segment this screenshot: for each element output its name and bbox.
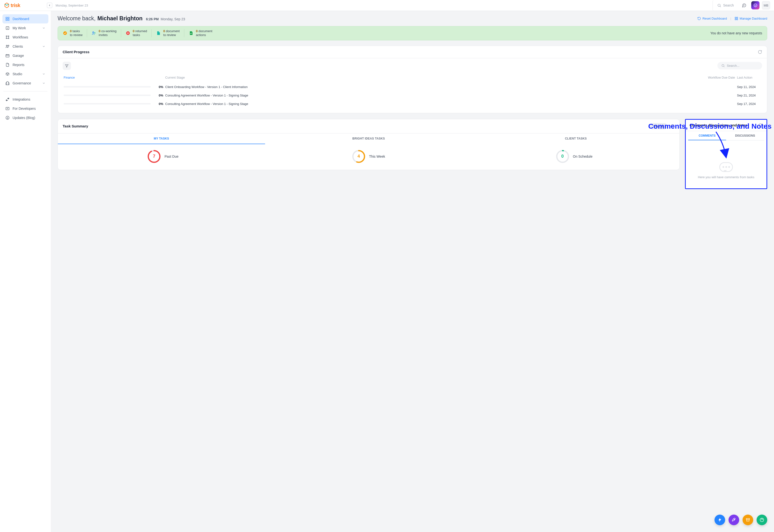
no-requests-note: You do not have any new requests [710, 31, 762, 35]
archive-icon [746, 518, 750, 522]
sidebar-item-my-work[interactable]: My Work [2, 23, 48, 33]
task-summary-card: Task Summary View all MY TASKSBRIGHT IDE… [58, 119, 680, 170]
svg-rect-18 [735, 17, 736, 18]
nav-icon [5, 81, 10, 85]
comments-tab-comments[interactable]: COMMENTS [688, 131, 726, 140]
nav-label: Reports [13, 63, 24, 67]
search-placeholder: Search... [727, 64, 739, 67]
svg-point-9 [6, 36, 7, 37]
svg-point-3 [756, 5, 756, 6]
metric-ring: 4 [352, 150, 365, 163]
progress-pct: 0% [156, 85, 165, 89]
messages-button[interactable] [739, 0, 749, 10]
fab-launch[interactable] [729, 515, 739, 525]
sidebar-item-workflows[interactable]: Workflows [2, 33, 48, 42]
reset-dashboard-button[interactable]: Reset Dashboard [697, 17, 727, 20]
welcome-time: 6:26 PM [146, 17, 159, 21]
metric-ring: 7 [148, 150, 161, 163]
svg-point-22 [63, 31, 67, 35]
task-metric: 7Past Due [60, 150, 266, 163]
nav-label: Governance [13, 81, 31, 85]
stage-text: Client Onboarding Workflow - Version 1 -… [165, 85, 708, 89]
task-summary-title: Task Summary [63, 124, 88, 128]
sidebar-item-garage[interactable]: Garage [2, 51, 48, 60]
svg-point-23 [93, 32, 94, 33]
ai-assistant-button[interactable] [751, 1, 759, 9]
empty-comments-text: Here you will have comments from tasks [698, 175, 754, 179]
cp-header-name[interactable]: Finance [64, 76, 158, 79]
nav-icon [5, 53, 10, 58]
stage-text: Consulting Agreement Workflow - Version … [165, 94, 708, 97]
nav-label: Dashboard [13, 17, 29, 21]
cp-header-stage: Current Stage [165, 76, 708, 79]
view-all-button[interactable]: View all [650, 123, 667, 129]
refresh-icon[interactable] [758, 50, 762, 54]
alert-item[interactable]: 0 tasksto review [63, 29, 87, 37]
manage-dashboard-label: Manage Dashboard [740, 17, 767, 20]
manage-dashboard-button[interactable]: Manage Dashboard [735, 17, 767, 20]
task-tab-client-tasks[interactable]: CLIENT TASKS [472, 133, 679, 144]
task-tab-my-tasks[interactable]: MY TASKS [58, 133, 265, 144]
progress-bar [64, 95, 151, 96]
metric-label: This Week [369, 155, 385, 158]
chevron-down-icon [42, 26, 45, 30]
global-search[interactable]: Search [713, 0, 737, 11]
task-metric: 4This Week [266, 150, 471, 163]
client-progress-row[interactable]: 0%Consulting Agreement Workflow - Versio… [63, 100, 762, 108]
last-action-date: Sep 11, 2024 [737, 85, 761, 89]
nav-icon [5, 26, 10, 30]
client-progress-row[interactable]: 0%Consulting Agreement Workflow - Versio… [63, 91, 762, 100]
user-avatar[interactable]: MB [762, 1, 770, 9]
task-tab-bright-ideas-tasks[interactable]: BRIGHT IDEAS TASKS [265, 133, 472, 144]
back-button[interactable] [47, 3, 52, 8]
nav-icon [5, 35, 10, 39]
comments-tab-discussions[interactable]: DISCUSSIONS [726, 131, 764, 140]
fab-quick-action[interactable] [714, 515, 725, 525]
sidebar-item-updates-blog-[interactable]: Updates (Blog) [2, 113, 48, 122]
cp-header-last: Last Action [737, 76, 761, 79]
chevron-down-icon [42, 72, 45, 76]
svg-point-11 [6, 38, 7, 39]
fab-help[interactable] [757, 515, 767, 525]
sidebar-item-dashboard[interactable]: Dashboard [2, 14, 48, 23]
alert-icon [126, 31, 130, 36]
alert-icon [156, 31, 161, 36]
sidebar-item-clients[interactable]: Clients [2, 42, 48, 51]
client-progress-card: Client Progress Search... [58, 46, 767, 113]
alert-item[interactable]: 0 returnedtasks [121, 29, 152, 37]
alert-item[interactable]: 0 documentto review [152, 29, 184, 37]
sidebar-item-studio[interactable]: Studio [2, 69, 48, 79]
welcome-label: Welcome back, [58, 15, 96, 22]
grid-icon [735, 17, 738, 20]
alert-item[interactable]: 0 documentactions [184, 29, 217, 37]
refresh-icon[interactable] [758, 123, 763, 127]
comments-card: Comments, Discussions, and Notes COMMENT… [685, 119, 767, 189]
brand-logo[interactable]: trisk [4, 2, 20, 8]
refresh-icon[interactable] [670, 124, 675, 128]
filter-button[interactable] [63, 62, 71, 70]
client-progress-row[interactable]: 0%Client Onboarding Workflow - Version 1… [63, 83, 762, 91]
svg-rect-4 [6, 17, 7, 18]
fab-archive[interactable] [743, 515, 753, 525]
sidebar-item-for-developers[interactable]: For Developers [2, 104, 48, 113]
reset-icon [697, 17, 701, 20]
alert-icon [63, 31, 67, 36]
progress-bar [64, 86, 151, 88]
client-progress-search[interactable]: Search... [717, 62, 762, 69]
svg-rect-20 [735, 19, 736, 20]
nav-icon [5, 44, 10, 49]
cp-header-due: Workflow Due Date [708, 76, 737, 79]
sidebar-item-reports[interactable]: Reports [2, 60, 48, 69]
chevron-left-icon [48, 4, 51, 7]
rocket-icon [731, 517, 736, 522]
nav-icon [5, 17, 10, 21]
progress-pct: 0% [156, 102, 165, 106]
metric-ring: 0 [556, 150, 569, 163]
sidebar-item-governance[interactable]: Governance [2, 79, 48, 88]
brand-text: trisk [11, 3, 20, 8]
svg-point-14 [8, 45, 9, 46]
logo-icon [4, 2, 10, 8]
alert-item[interactable]: 0 co-workinginvites [87, 29, 121, 37]
sidebar: DashboardMy WorkWorkflowsClientsGarageRe… [0, 11, 51, 532]
sidebar-item-integrations[interactable]: Integrations [2, 95, 48, 104]
